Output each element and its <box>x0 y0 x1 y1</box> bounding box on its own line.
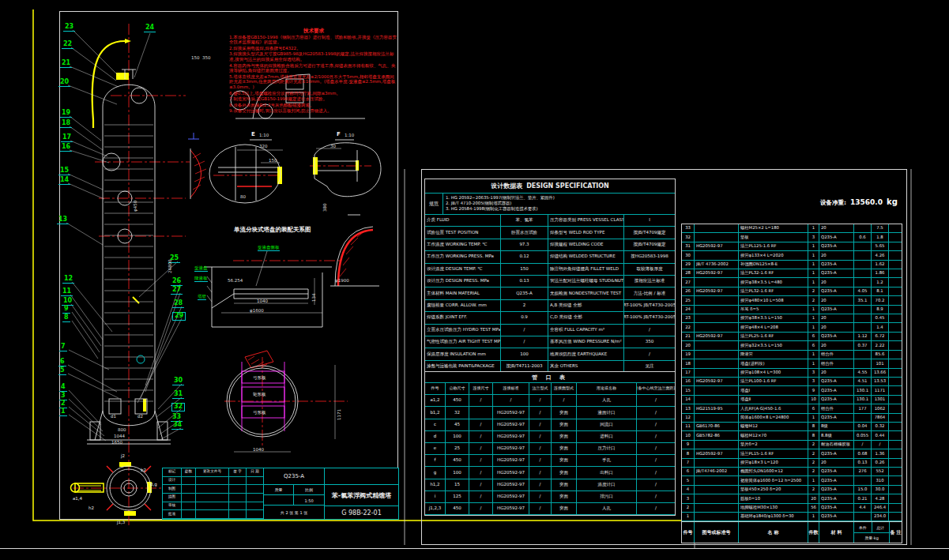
notes-list: 1.本设备按GB150-1998《钢制压力容器》进行制造、试验和验收,并接受《压… <box>229 35 398 114</box>
plan-label-j13: j1,3 <box>117 520 125 524</box>
nozzle-col-header: 法兰型式 <box>529 383 552 395</box>
bom-name: 螺栓M12×70 <box>739 431 808 440</box>
balloon-13: 13 <box>57 216 69 224</box>
spec-label-1: 立置水压试验压力 HYDRO TEST MPa <box>425 325 501 336</box>
bom-unit-weight: 130.1 <box>854 396 872 404</box>
bom-unit-weight: 0.13 <box>854 459 872 468</box>
dim-24800: 24800 <box>168 260 172 274</box>
bom-material: Q235-A <box>819 269 854 278</box>
bom-qty: 2 <box>808 449 819 458</box>
bom-qty: 3 <box>808 378 819 386</box>
bom-unit-weight <box>854 269 872 278</box>
nozzle-cell: a1,2 <box>425 395 446 407</box>
bom-name: 吊耳 δ=5 <box>739 306 808 314</box>
bom-note <box>889 296 902 305</box>
bom-unit-weight: 4.05 <box>854 288 872 296</box>
bom-unit-weight <box>854 242 872 251</box>
bom-item-no: 12 <box>682 414 695 423</box>
nozzle-rows: a1,2 450 / / / / 人孔 / b1,2 32 HG20592-97… <box>425 395 675 515</box>
nozzle-cell: / <box>469 395 493 407</box>
spec-label-1: 保温层厚度 INSULATION mm <box>425 348 501 360</box>
nozzle-cell: / <box>469 479 493 491</box>
rev-col-header: 日 期 <box>247 468 263 477</box>
spec-value-2: RT-100% JB/T4730-2005 <box>624 300 675 312</box>
nozzle-cell <box>469 407 493 419</box>
nozzle-col-header: 设备中心线至法兰面距离 <box>637 383 675 395</box>
signature-role: 批准 <box>163 510 182 519</box>
spec-row: 工作压力 WORKING PRESS. MPa 0.12 焊缝结构 WELDED… <box>425 251 675 263</box>
bom-standard: HG21519-95 <box>695 404 739 413</box>
signature-row: 描图 <box>163 494 263 502</box>
signature-blank <box>247 477 263 486</box>
spec-value-1: 0.13 <box>501 276 548 288</box>
bom-unit-weight <box>854 251 872 260</box>
cad-canvas: 技术要求 1.本设备按GB150-1998《钢制压力容器》进行制造、试验和验收,… <box>0 0 949 560</box>
note-line: 5.塔体直线度允差≤7mm,塔体垂直度允差≤2/1000且不大于5mm,相邻塔盘… <box>229 74 398 90</box>
bom-name: 法兰PL32-1.6 RF <box>739 288 808 296</box>
bom-note <box>889 378 902 386</box>
bom-material: Q235-A <box>819 468 854 476</box>
bom-unit-weight: 15.0 <box>854 486 872 494</box>
bom-standard: HG20592-97 <box>695 333 739 341</box>
balloon-21: 21 <box>60 60 72 68</box>
nozzle-row: j1,2,3 450 / HG20592-97 / 突面 人孔 / <box>425 503 675 515</box>
bom-name: 筒体φ1600×8 L=24800 <box>739 414 808 423</box>
nozzle-cell: / <box>469 491 493 503</box>
signature-blank <box>196 477 229 486</box>
nozzle-cell: / <box>552 395 577 407</box>
bom-total-weight: 0.44 <box>872 431 889 440</box>
dim-1040-tray: 1040 <box>257 299 268 303</box>
bom-item-no: 27 <box>682 278 695 287</box>
nozzle-cell: HG20592-97 <box>493 455 529 467</box>
title-block-right: 苯-氯苯浮阀式精馏塔 G 98B-22-01 <box>325 468 398 519</box>
bom-unit-weight: 0.04 <box>854 423 872 431</box>
nozzle-cell: b1,2 <box>425 407 446 419</box>
bom-item-no: 16 <box>682 378 695 386</box>
bom-standard: JB/T 4736-2002 <box>695 261 739 269</box>
nozzle-col-header: 公称尺寸 <box>446 383 469 395</box>
label-d1: d1 <box>111 414 116 419</box>
bom-total-weight: 234.0 <box>872 513 889 521</box>
bom-name: 螺母M12 <box>739 423 808 431</box>
bom-note <box>889 386 902 395</box>
bom-note <box>889 459 902 468</box>
bom-row: 19 降液管 1 组合件 85.6 <box>682 351 902 359</box>
spec-codes-list: 1. HG 20592~20635-1997(钢制管法兰、垫片、紧固件)2. J… <box>443 194 675 214</box>
nozzle-cell: / <box>637 491 675 503</box>
nozzle-cell: HG20592-97 <box>493 431 529 443</box>
dim-800: 800 <box>118 427 126 432</box>
balloon-30: 30 <box>172 378 184 385</box>
bom-qty: 1 <box>808 314 819 323</box>
bom-name: 接管φ108×4 L=300 <box>739 369 808 378</box>
nozzle-cell: / <box>637 455 675 467</box>
bom-item-no: 30 <box>682 251 695 260</box>
bom-standard <box>695 441 739 449</box>
tray-plan-view <box>227 362 335 452</box>
nozzle-cell: d <box>425 431 446 443</box>
nozzle-cell: / <box>529 491 552 503</box>
mass-scale-grid: 质量 比例 1:50 <box>264 485 324 506</box>
bom-standard: HG20592-97 <box>695 449 739 458</box>
sheet-count: 共 2 张 第 1 张 <box>264 506 324 519</box>
nozzle-cell: 温度计口 <box>577 479 637 491</box>
bom-material: Q235-A <box>819 449 854 458</box>
signature-blank <box>229 502 247 511</box>
bom-row: 16 HG20592-97 法兰PL100-1.6 RF 3 Q235-A 4.… <box>682 378 902 386</box>
bom-qty: 6 <box>808 333 819 341</box>
bom-note <box>889 314 902 323</box>
spec-value-2: 按JB/T4709规定 <box>624 227 675 239</box>
spec-label-2: 焊条型号 WELD ROD TYPE <box>548 227 624 239</box>
balloon-14: 14 <box>58 177 70 185</box>
rev-col-header: 签 字 <box>229 468 247 477</box>
spec-label-2: 焊缝结构 WELDED STRUCTURE <box>548 251 624 263</box>
nozzle-cell: / <box>637 467 675 479</box>
bom-total-weight: 0.26 <box>872 459 889 468</box>
spec-code-line: 1. HG 20592~20635-1997(钢制管法兰、垫片、紧固件) <box>446 195 672 201</box>
bom-material: Q235-A <box>819 378 854 386</box>
bom-total-weight: 4.28 <box>872 494 889 503</box>
bom-note <box>889 396 902 404</box>
bom-footer-total: 总计 <box>872 522 890 532</box>
spec-label-2: C,D 类焊缝 全部 <box>548 312 624 324</box>
nozzle-cell: / <box>637 431 675 443</box>
bom-item-no: 9 <box>682 441 695 449</box>
